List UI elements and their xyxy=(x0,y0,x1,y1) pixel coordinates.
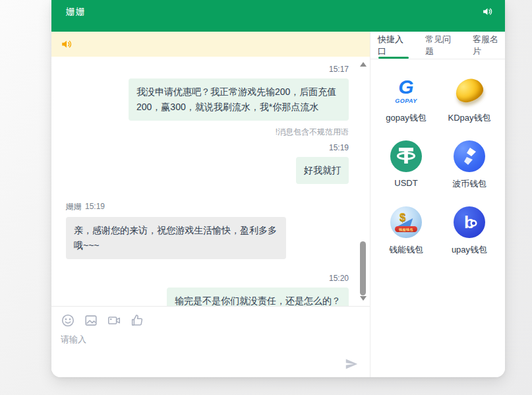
wallet-item-bobi[interactable]: 波币钱包 xyxy=(438,140,501,190)
qianneng-logo-icon: $ 钱能钱包 xyxy=(390,206,422,238)
gopay-logo-icon: G GOPAY xyxy=(390,75,422,106)
message-input[interactable]: 请输入 xyxy=(61,334,361,360)
bobi-logo-icon xyxy=(454,140,485,172)
gold-bean-icon xyxy=(454,75,485,106)
wallet-item-usdt[interactable]: USDT xyxy=(374,140,438,190)
sidebar-tabs: 快捷入口 常见问题 客服名片 xyxy=(370,32,505,59)
agent-message-bubble: 亲，感谢您的来访，祝您游戏生活愉快，盈利多多哦~~~ xyxy=(66,217,286,259)
wallet-label: 波币钱包 xyxy=(452,178,487,190)
scroll-up-arrow-icon[interactable] xyxy=(360,62,367,67)
wallet-item-gopay[interactable]: G GOPAY gopay钱包 xyxy=(374,75,438,124)
thumbs-up-icon[interactable] xyxy=(130,313,144,328)
tab-faq[interactable]: 常见问题 xyxy=(424,32,458,59)
wallet-item-qianneng[interactable]: $ 钱能钱包 钱能钱包 xyxy=(374,206,438,256)
wallet-label: gopay钱包 xyxy=(386,112,426,124)
wallet-label: upay钱包 xyxy=(452,244,487,256)
gopay-letter: G xyxy=(398,77,413,97)
message-list: 15:17 我没申请优惠吧？我正常游戏先输200，后面充值200，赢300，就说… xyxy=(51,57,370,306)
chat-column: 15:17 我没申请优惠吧？我正常游戏先输200，后面充值200，赢300，就说… xyxy=(51,32,370,377)
agent-name-title: 姗姗 xyxy=(66,6,86,18)
composer-toolbar xyxy=(61,313,361,328)
message-timestamp: 15:20 xyxy=(66,274,349,283)
notice-speaker-icon xyxy=(61,38,73,50)
notice-bar xyxy=(51,32,370,57)
chat-scrollbar[interactable] xyxy=(359,57,368,306)
tab-label: 快捷入口 xyxy=(378,34,409,57)
tab-label: 常见问题 xyxy=(425,34,456,57)
upay-logo-icon: b xyxy=(454,206,485,238)
wallet-item-upay[interactable]: b upay钱包 xyxy=(438,206,501,256)
scrollbar-thumb[interactable] xyxy=(360,241,366,295)
image-upload-icon[interactable] xyxy=(84,313,98,328)
message-timestamp: 15:17 xyxy=(66,65,349,74)
wallet-label: KDpay钱包 xyxy=(448,112,490,124)
wallet-label: 钱能钱包 xyxy=(389,244,423,256)
wallet-item-kdpay[interactable]: KDpay钱包 xyxy=(438,75,501,124)
agent-name: 姗姗 xyxy=(66,202,82,211)
send-button[interactable] xyxy=(344,357,359,371)
tab-agent-card[interactable]: 客服名片 xyxy=(471,32,505,59)
wallet-label: USDT xyxy=(394,178,417,188)
composer: 请输入 xyxy=(51,306,370,377)
tether-logo-icon xyxy=(390,140,422,172)
message-timestamp: 15:19 xyxy=(85,202,105,211)
user-message-bubble: 我没申请优惠吧？我正常游戏先输200，后面充值200，赢300，就说我刷流水，我… xyxy=(129,78,349,121)
sound-toggle-icon[interactable] xyxy=(482,6,493,17)
user-message-bubble: 好我就打 xyxy=(296,157,349,184)
user-message-bubble: 输完是不是你们就没责任，还是怎么的？ xyxy=(167,288,349,306)
message-timestamp: 15:19 xyxy=(66,143,349,152)
message-warning-text: !消息包含不规范用语 xyxy=(66,127,349,138)
sidebar-panel: 快捷入口 常见问题 客服名片 G GOPAY xyxy=(370,32,505,377)
scroll-down-arrow-icon[interactable] xyxy=(360,296,367,301)
video-call-icon[interactable] xyxy=(107,313,121,328)
qianneng-ribbon-text: 钱能钱包 xyxy=(395,226,417,232)
tab-label: 客服名片 xyxy=(473,34,504,57)
agent-message-meta: 姗姗15:19 xyxy=(66,201,349,212)
active-tab-underline xyxy=(378,57,409,59)
chat-header: 姗姗 xyxy=(51,0,505,32)
tab-quick-entry[interactable]: 快捷入口 xyxy=(376,32,410,59)
wallet-grid: G GOPAY gopay钱包 KDpay钱包 xyxy=(370,59,505,256)
emoji-icon[interactable] xyxy=(61,313,75,328)
gopay-wordmark: GOPAY xyxy=(395,98,417,104)
chat-widget: 姗姗 15:17 我没申请优惠吧？我正常游戏先输200，后面充值200，赢300… xyxy=(51,0,505,377)
